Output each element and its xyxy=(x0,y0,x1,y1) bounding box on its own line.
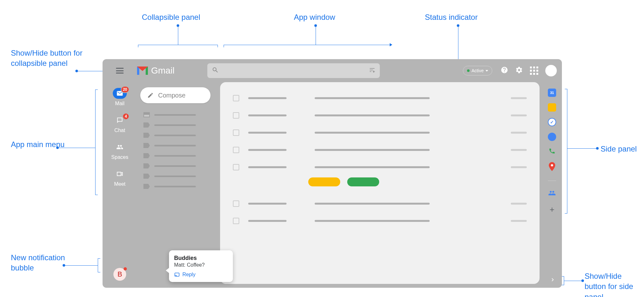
checkbox[interactable] xyxy=(233,147,239,153)
folder-item[interactable] xyxy=(143,184,217,189)
gmail-logo[interactable]: Gmail xyxy=(137,66,201,76)
checkbox[interactable] xyxy=(233,200,239,207)
status-dot-icon xyxy=(467,69,470,72)
add-icon[interactable]: + xyxy=(549,205,554,215)
label-icon xyxy=(143,133,150,138)
message-row[interactable] xyxy=(233,164,527,170)
folder-item[interactable] xyxy=(143,133,217,138)
tasks-icon[interactable] xyxy=(548,118,556,126)
annotation-status: Status indicator xyxy=(425,12,478,22)
annotation-collapsible: Collapsible panel xyxy=(142,12,200,22)
chat-badge: 4 xyxy=(122,113,129,120)
annotation-appwindow: App window xyxy=(294,12,335,22)
label-icon xyxy=(143,153,150,158)
notification-message: Matt: Coffee? xyxy=(174,262,228,268)
mail-icon: 20 xyxy=(113,88,127,99)
chip-yellow[interactable] xyxy=(308,177,340,186)
chevron-down-icon xyxy=(486,70,488,72)
search-options-icon[interactable] xyxy=(369,67,375,74)
rail-label-meet: Meet xyxy=(114,181,126,187)
message-list xyxy=(233,95,527,224)
inbox-icon xyxy=(143,112,150,117)
label-icon xyxy=(143,174,150,179)
rail-label-mail: Mail xyxy=(115,101,124,106)
checkbox[interactable] xyxy=(233,164,239,170)
side-panel: 31 + xyxy=(542,82,562,288)
chat-icon: 4 xyxy=(113,115,127,126)
voice-icon[interactable] xyxy=(548,147,556,156)
label-icon xyxy=(143,143,150,148)
rail-item-spaces[interactable]: Spaces xyxy=(111,142,128,160)
folder-item[interactable] xyxy=(143,153,217,158)
label-icon xyxy=(143,122,150,128)
annotation-hamburger: Show/Hide button for collapsible panel xyxy=(11,48,88,69)
top-icons xyxy=(501,65,557,76)
status-label: Active xyxy=(471,68,484,73)
message-row[interactable] xyxy=(233,200,527,207)
annotation-notifbubble: New notification bubble xyxy=(11,253,75,273)
maps-icon[interactable] xyxy=(549,162,555,172)
chip-green[interactable] xyxy=(347,177,379,186)
app-main-menu: 20 Mail 4 Chat Spaces xyxy=(103,82,137,288)
message-row[interactable] xyxy=(233,95,527,101)
notification-dot-icon xyxy=(124,267,127,270)
message-row[interactable] xyxy=(233,147,527,153)
gmail-window: Gmail Active xyxy=(103,59,562,288)
folder-inbox[interactable] xyxy=(143,112,217,117)
annotation-sptoggle: Show/Hide button for side panel xyxy=(585,271,644,297)
topbar: Gmail Active xyxy=(103,59,562,82)
notification-reply-label: Reply xyxy=(182,272,195,277)
notification-bubble-avatar[interactable]: B xyxy=(113,268,126,281)
rail-item-meet[interactable]: Meet xyxy=(113,168,127,187)
pencil-icon xyxy=(147,92,154,98)
chevron-right-icon xyxy=(549,277,556,283)
rail-item-chat[interactable]: 4 Chat xyxy=(113,115,127,133)
settings-icon[interactable] xyxy=(515,66,523,75)
search-bar[interactable] xyxy=(207,63,380,78)
calendar-icon[interactable]: 31 xyxy=(548,89,556,97)
folder-item[interactable] xyxy=(143,163,217,168)
collapsible-panel: Compose Buddies Matt: Coffee? Reply xyxy=(137,82,220,288)
status-indicator[interactable]: Active xyxy=(463,66,492,75)
checkbox[interactable] xyxy=(233,112,239,119)
reply-icon xyxy=(174,272,180,277)
checkbox[interactable] xyxy=(233,95,239,101)
addons-icon[interactable] xyxy=(548,189,556,198)
side-panel-toggle[interactable] xyxy=(548,275,557,285)
message-row[interactable] xyxy=(233,112,527,119)
meet-icon xyxy=(113,168,127,179)
notification-popup: Buddies Matt: Coffee? Reply xyxy=(169,250,233,282)
folder-item[interactable] xyxy=(143,174,217,179)
keep-icon[interactable] xyxy=(548,103,556,112)
notification-avatar-initial: B xyxy=(118,270,122,278)
compose-label: Compose xyxy=(158,92,186,99)
compose-button[interactable]: Compose xyxy=(140,87,211,103)
notification-reply-button[interactable]: Reply xyxy=(174,272,228,277)
help-icon[interactable] xyxy=(501,66,508,75)
label-icon xyxy=(143,184,150,189)
checkbox[interactable] xyxy=(233,129,239,136)
folder-list xyxy=(140,112,217,189)
message-row[interactable] xyxy=(233,218,527,224)
hamburger-button[interactable] xyxy=(103,68,137,74)
folder-item[interactable] xyxy=(143,122,217,128)
gmail-product-name: Gmail xyxy=(151,66,174,76)
contacts-icon[interactable] xyxy=(548,133,556,141)
hamburger-icon xyxy=(116,68,124,74)
checkbox[interactable] xyxy=(233,218,239,224)
message-chips xyxy=(308,177,527,186)
rail-item-mail[interactable]: 20 Mail xyxy=(113,88,127,106)
label-icon xyxy=(143,163,150,168)
gmail-m-icon xyxy=(137,66,148,75)
spaces-icon xyxy=(113,142,127,152)
rail-label-chat: Chat xyxy=(114,128,125,133)
search-icon xyxy=(212,66,219,75)
message-row[interactable] xyxy=(233,129,527,136)
account-avatar[interactable] xyxy=(545,65,557,76)
folder-item[interactable] xyxy=(143,143,217,148)
apps-grid-icon[interactable] xyxy=(530,66,538,75)
annotation-sidepanel: Side panel xyxy=(601,144,637,154)
svg-rect-0 xyxy=(175,273,179,277)
mail-badge: 20 xyxy=(121,86,129,93)
svg-point-1 xyxy=(551,164,553,167)
